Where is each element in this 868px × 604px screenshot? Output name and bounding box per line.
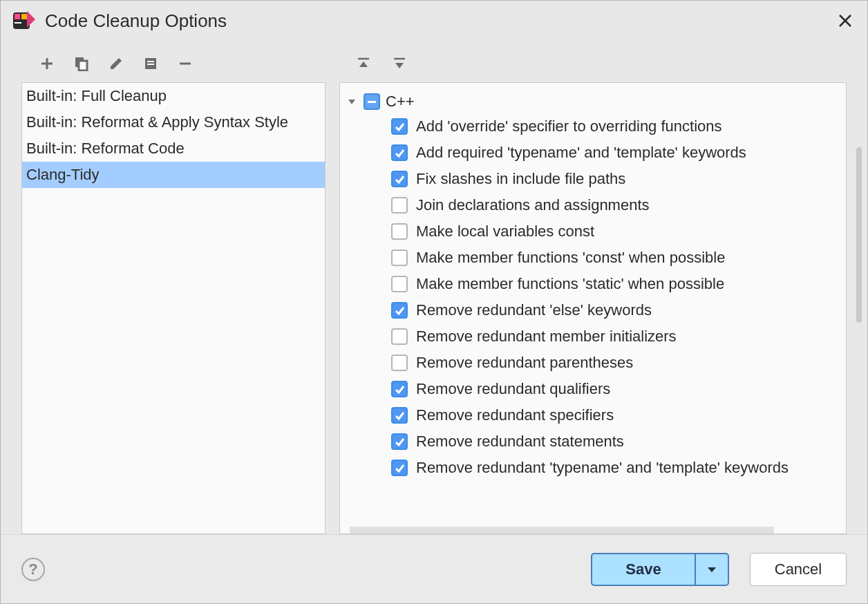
check-icon [394, 121, 405, 132]
option-row[interactable]: Remove redundant specifiers [391, 402, 840, 428]
option-label: Remove redundant specifiers [416, 406, 614, 424]
profile-list[interactable]: Built-in: Full CleanupBuilt-in: Reformat… [22, 83, 325, 188]
option-checkbox[interactable] [391, 328, 408, 345]
option-label: Add 'override' specifier to overriding f… [416, 117, 722, 135]
save-button-group: Save [591, 553, 729, 586]
option-label: Make local variables const [416, 223, 594, 240]
svg-marker-11 [111, 58, 122, 69]
svg-marker-4 [27, 11, 35, 28]
tree-children: Add 'override' specifier to overriding f… [346, 113, 840, 481]
option-checkbox[interactable] [391, 302, 408, 319]
profile-item[interactable]: Clang-Tidy [22, 162, 325, 188]
option-row[interactable]: Join declarations and assignments [391, 192, 840, 218]
profile-item[interactable]: Built-in: Reformat & Apply Syntax Style [22, 109, 325, 135]
check-icon [394, 384, 405, 395]
expand-all-icon [392, 56, 407, 71]
expand-arrow[interactable] [346, 95, 358, 108]
save-dropdown-button[interactable] [695, 553, 729, 586]
expand-all-button[interactable] [390, 55, 408, 73]
option-label: Remove redundant parentheses [416, 354, 633, 372]
duplicate-profile-button[interactable] [73, 55, 91, 73]
option-checkbox[interactable] [391, 407, 408, 424]
reset-profile-button[interactable] [142, 55, 160, 73]
check-icon [394, 147, 405, 158]
option-checkbox[interactable] [391, 460, 408, 476]
option-label: Remove redundant 'typename' and 'templat… [416, 459, 789, 477]
option-checkbox[interactable] [391, 171, 408, 187]
option-label: Remove redundant qualifiers [416, 380, 610, 398]
save-button-label: Save [625, 560, 661, 578]
option-row[interactable]: Remove redundant member initializers [391, 323, 840, 350]
check-icon [394, 305, 405, 316]
cancel-button-label: Cancel [775, 560, 822, 578]
remove-profile-button[interactable] [176, 55, 194, 73]
duplicate-icon [74, 56, 89, 71]
vertical-scrollbar[interactable] [856, 147, 862, 323]
option-checkbox[interactable] [391, 433, 408, 450]
check-icon [394, 173, 405, 185]
profiles-column: Built-in: Full CleanupBuilt-in: Reformat… [21, 38, 326, 534]
option-checkbox[interactable] [391, 355, 408, 371]
svg-marker-19 [395, 63, 404, 68]
option-label: Remove redundant 'else' keywords [416, 301, 652, 319]
option-row[interactable]: Make member functions 'const' when possi… [391, 245, 840, 271]
option-checkbox[interactable] [391, 197, 408, 214]
option-checkbox[interactable] [391, 118, 408, 135]
option-row[interactable]: Remove redundant 'typename' and 'templat… [391, 455, 840, 481]
tree-root-label: C++ [386, 93, 415, 111]
option-label: Fix slashes in include file paths [416, 170, 625, 188]
add-icon [39, 56, 55, 71]
chevron-down-icon [347, 97, 357, 106]
profile-item[interactable]: Built-in: Full Cleanup [22, 83, 325, 109]
dialog-footer: ? Save Cancel [1, 534, 867, 603]
tree-root-node[interactable]: C++ [346, 90, 840, 113]
check-icon [394, 436, 405, 447]
option-row[interactable]: Add required 'typename' and 'template' k… [391, 140, 840, 166]
help-icon: ? [28, 560, 37, 578]
profiles-panel: Built-in: Full CleanupBuilt-in: Reformat… [21, 82, 326, 534]
svg-marker-17 [359, 62, 368, 67]
svg-marker-20 [348, 100, 355, 104]
options-column: C++ Add 'override' specifier to overridi… [339, 38, 847, 534]
collapse-all-button[interactable] [355, 55, 372, 73]
remove-icon [178, 56, 193, 71]
options-tree[interactable]: C++ Add 'override' specifier to overridi… [340, 83, 846, 534]
main-content: Built-in: Full CleanupBuilt-in: Reformat… [1, 38, 867, 534]
option-checkbox[interactable] [391, 276, 408, 292]
horizontal-scrollbar[interactable] [350, 527, 774, 534]
option-row[interactable]: Remove redundant statements [391, 428, 840, 455]
option-row[interactable]: Remove redundant qualifiers [391, 376, 840, 402]
svg-rect-13 [147, 61, 154, 62]
chevron-down-icon [706, 564, 717, 575]
add-profile-button[interactable] [38, 55, 56, 73]
option-row[interactable]: Remove redundant 'else' keywords [391, 297, 840, 323]
profile-item[interactable]: Built-in: Reformat Code [22, 135, 325, 162]
option-checkbox[interactable] [391, 144, 408, 161]
option-checkbox[interactable] [391, 223, 408, 240]
edit-icon [108, 56, 124, 71]
indeterminate-checkbox[interactable] [364, 93, 380, 110]
cancel-button[interactable]: Cancel [750, 553, 847, 586]
save-button[interactable]: Save [591, 553, 695, 586]
svg-rect-3 [15, 22, 21, 23]
option-label: Make member functions 'const' when possi… [416, 249, 725, 267]
collapse-all-icon [356, 56, 371, 71]
edit-profile-button[interactable] [107, 55, 125, 73]
option-checkbox[interactable] [391, 249, 408, 266]
option-label: Remove redundant member initializers [416, 328, 677, 346]
dialog-title: Code Cleanup Options [45, 10, 227, 32]
check-icon [394, 462, 405, 473]
close-button[interactable] [836, 11, 855, 30]
option-row[interactable]: Make member functions 'static' when poss… [391, 271, 840, 297]
option-row[interactable]: Make local variables const [391, 218, 840, 245]
option-label: Remove redundant statements [416, 433, 624, 451]
app-icon [13, 10, 35, 32]
option-row[interactable]: Add 'override' specifier to overriding f… [391, 113, 840, 140]
options-panel: C++ Add 'override' specifier to overridi… [339, 82, 847, 534]
option-row[interactable]: Remove redundant parentheses [391, 350, 840, 376]
option-checkbox[interactable] [391, 381, 408, 397]
help-button[interactable]: ? [21, 558, 45, 581]
option-label: Make member functions 'static' when poss… [416, 275, 724, 293]
option-row[interactable]: Fix slashes in include file paths [391, 166, 840, 192]
option-label: Join declarations and assignments [416, 196, 650, 214]
